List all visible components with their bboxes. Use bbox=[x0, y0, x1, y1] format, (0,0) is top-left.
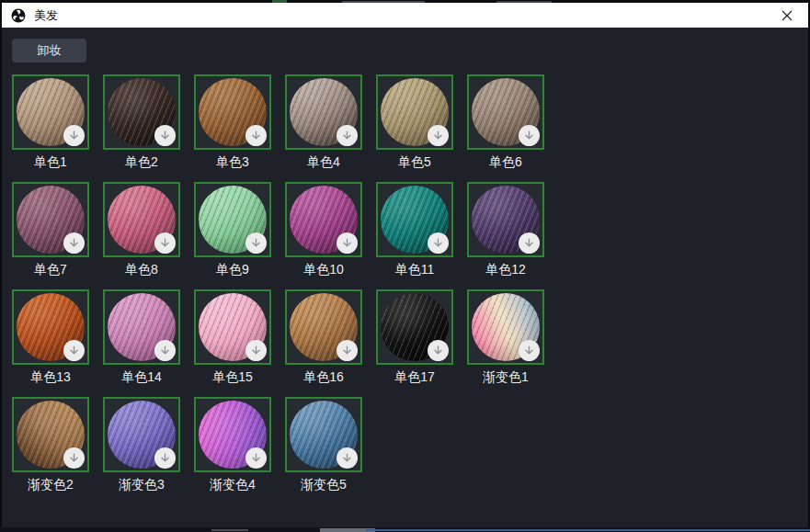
close-button[interactable] bbox=[773, 3, 801, 28]
download-button[interactable] bbox=[63, 447, 85, 469]
hair-color-label: 渐变色1 bbox=[467, 368, 544, 385]
hair-color-card[interactable] bbox=[194, 182, 271, 257]
download-arrow-icon bbox=[68, 237, 80, 249]
hair-color-card[interactable] bbox=[12, 397, 89, 472]
hair-color-label: 渐变色5 bbox=[285, 476, 362, 492]
hair-color-item: 单色2 bbox=[103, 74, 180, 170]
download-arrow-icon bbox=[523, 345, 535, 357]
download-arrow-icon bbox=[159, 237, 171, 249]
background-fragment bbox=[366, 529, 810, 531]
hair-color-card[interactable] bbox=[103, 289, 180, 365]
hair-color-item: 渐变色3 bbox=[103, 397, 180, 492]
download-button[interactable] bbox=[337, 340, 358, 361]
hair-color-label: 渐变色4 bbox=[194, 476, 271, 492]
background-app-strip-bottom bbox=[0, 527, 810, 532]
download-button[interactable] bbox=[63, 125, 85, 146]
remove-makeup-button[interactable]: 卸妆 bbox=[12, 39, 86, 62]
hair-color-item: 单色11 bbox=[376, 182, 453, 277]
download-button[interactable] bbox=[245, 232, 267, 254]
download-button[interactable] bbox=[337, 125, 358, 146]
hair-color-item: 单色8 bbox=[103, 182, 180, 277]
hair-color-label: 单色17 bbox=[376, 368, 453, 385]
window-title: 美发 bbox=[34, 7, 58, 24]
download-button[interactable] bbox=[428, 340, 449, 361]
hair-color-grid: 单色1 单色2 单色3 bbox=[12, 74, 798, 492]
hair-color-card[interactable] bbox=[376, 74, 453, 150]
hair-color-label: 单色4 bbox=[285, 153, 362, 170]
hair-color-card[interactable] bbox=[12, 182, 89, 257]
hair-color-item: 渐变色5 bbox=[285, 397, 362, 492]
hair-color-item: 单色15 bbox=[194, 289, 271, 385]
titlebar: 美发 bbox=[2, 3, 808, 28]
hair-color-item: 单色14 bbox=[103, 289, 180, 385]
hair-color-item: 渐变色2 bbox=[12, 397, 89, 492]
download-arrow-icon bbox=[250, 130, 262, 141]
download-button[interactable] bbox=[63, 340, 85, 361]
download-button[interactable] bbox=[154, 447, 176, 469]
download-button[interactable] bbox=[154, 125, 176, 146]
hair-color-card[interactable] bbox=[285, 74, 362, 150]
download-button[interactable] bbox=[245, 340, 267, 361]
hair-color-label: 单色2 bbox=[103, 153, 180, 170]
hair-color-label: 单色1 bbox=[12, 153, 89, 170]
download-button[interactable] bbox=[519, 340, 540, 361]
hair-color-item: 单色3 bbox=[194, 74, 271, 170]
hair-color-item: 单色1 bbox=[12, 74, 89, 170]
hair-color-item: 单色13 bbox=[12, 289, 89, 385]
download-arrow-icon bbox=[159, 130, 171, 141]
hair-color-label: 单色10 bbox=[285, 261, 362, 277]
hair-color-card[interactable] bbox=[467, 289, 544, 365]
hair-color-card[interactable] bbox=[285, 397, 362, 472]
hair-color-item: 单色7 bbox=[12, 182, 89, 277]
hair-color-card[interactable] bbox=[194, 289, 271, 365]
download-arrow-icon bbox=[341, 130, 353, 141]
download-button[interactable] bbox=[337, 232, 358, 254]
hair-color-label: 单色15 bbox=[194, 368, 271, 385]
hair-color-label: 单色7 bbox=[12, 261, 89, 277]
hair-color-card[interactable] bbox=[103, 74, 180, 150]
hair-style-dialog: 美发 卸妆 单色1 bbox=[2, 3, 808, 527]
hair-color-card[interactable] bbox=[467, 182, 544, 257]
download-button[interactable] bbox=[63, 232, 85, 254]
hair-color-card[interactable] bbox=[12, 289, 89, 365]
hair-color-item: 单色10 bbox=[285, 182, 362, 277]
download-button[interactable] bbox=[245, 447, 267, 469]
hair-color-card[interactable] bbox=[285, 289, 362, 365]
background-fragment bbox=[211, 529, 248, 531]
hair-color-card[interactable] bbox=[194, 397, 271, 472]
hair-color-card[interactable] bbox=[103, 397, 180, 472]
dialog-body: 卸妆 单色1 单色2 bbox=[2, 28, 808, 527]
download-button[interactable] bbox=[428, 232, 449, 254]
download-arrow-icon bbox=[341, 345, 353, 357]
hair-color-card[interactable] bbox=[376, 182, 453, 257]
obs-logo-icon bbox=[11, 8, 26, 23]
hair-color-label: 单色16 bbox=[285, 368, 362, 385]
download-arrow-icon bbox=[159, 452, 171, 464]
hair-color-card[interactable] bbox=[194, 74, 271, 150]
screen: 美发 卸妆 单色1 bbox=[0, 0, 810, 532]
hair-color-card[interactable] bbox=[12, 74, 89, 150]
hair-color-label: 单色5 bbox=[376, 153, 453, 170]
download-arrow-icon bbox=[523, 130, 535, 141]
hair-color-label: 单色11 bbox=[376, 261, 453, 277]
download-arrow-icon bbox=[68, 130, 80, 141]
hair-color-item: 单色16 bbox=[285, 289, 362, 385]
download-button[interactable] bbox=[337, 447, 358, 469]
download-button[interactable] bbox=[154, 232, 176, 254]
hair-color-card[interactable] bbox=[103, 182, 180, 257]
download-button[interactable] bbox=[519, 232, 540, 254]
hair-color-card[interactable] bbox=[467, 74, 544, 150]
download-button[interactable] bbox=[245, 125, 267, 146]
hair-color-card[interactable] bbox=[376, 289, 453, 365]
download-arrow-icon bbox=[250, 237, 262, 249]
hair-color-label: 单色13 bbox=[12, 368, 89, 385]
download-arrow-icon bbox=[341, 237, 353, 249]
hair-color-label: 渐变色3 bbox=[103, 476, 180, 492]
download-button[interactable] bbox=[428, 125, 449, 146]
hair-color-card[interactable] bbox=[285, 182, 362, 257]
download-button[interactable] bbox=[154, 340, 176, 361]
download-arrow-icon bbox=[432, 345, 444, 357]
download-arrow-icon bbox=[68, 452, 80, 464]
download-arrow-icon bbox=[341, 452, 353, 464]
download-button[interactable] bbox=[519, 125, 540, 146]
